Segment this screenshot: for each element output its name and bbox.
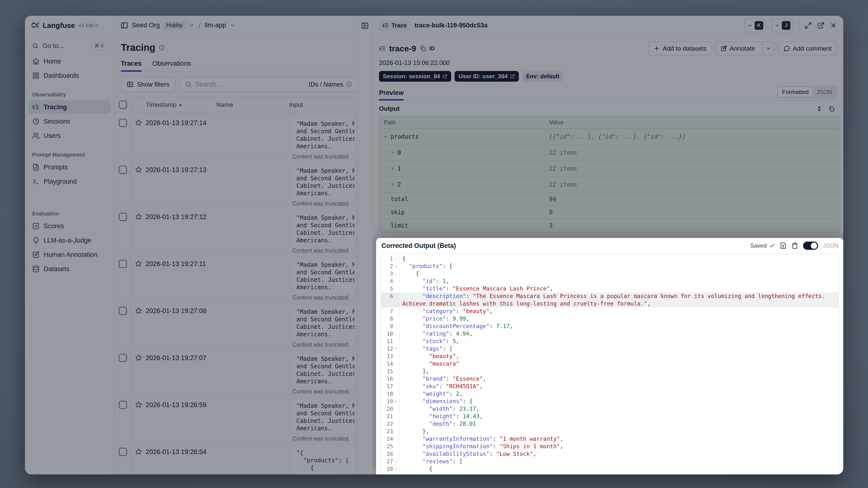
col-name[interactable]: Name: [216, 101, 289, 109]
sidebar-item-llm-as-a-judge[interactable]: LLM-as-a-Judge: [28, 234, 111, 247]
sidebar-item-tracing[interactable]: Tracing: [28, 100, 111, 114]
output-path[interactable]: 0: [379, 149, 549, 156]
star-icon[interactable]: [135, 307, 143, 314]
search-mode-select[interactable]: IDs / Names: [309, 81, 352, 88]
trash-icon[interactable]: [792, 242, 798, 249]
fold-chevron-icon[interactable]: [394, 398, 398, 405]
file-diff-icon[interactable]: [780, 242, 786, 249]
row-checkbox[interactable]: [119, 354, 127, 362]
trace-table-row[interactable]: 2026-01-13 19:27:13"Madam Speaker, M and…: [115, 159, 357, 207]
copy-output-icon[interactable]: [828, 105, 835, 112]
row-checkbox[interactable]: [119, 307, 127, 315]
open-in-new-icon[interactable]: [817, 22, 825, 29]
tab-traces[interactable]: Traces: [121, 60, 142, 71]
chevron-down-icon[interactable]: [189, 23, 194, 28]
copy-id-icon[interactable]: [420, 45, 426, 52]
col-input[interactable]: Input: [289, 101, 357, 109]
row-timestamp: 2026-01-13 19:27:12: [146, 207, 216, 253]
output-path[interactable]: 2: [379, 181, 549, 188]
editor-gutter: 5: [381, 285, 400, 293]
fold-chevron-icon[interactable]: [394, 270, 398, 277]
chevron-right-icon[interactable]: [390, 166, 397, 171]
sidebar-header: Langfuse v3.146.0: [25, 16, 114, 35]
star-icon[interactable]: [135, 213, 143, 220]
row-timestamp: 2026-01-13 19:26:54: [146, 441, 216, 475]
search-input[interactable]: Search... IDs / Names: [180, 77, 357, 92]
next-trace-button[interactable]: J: [772, 19, 794, 32]
trace-table-row[interactable]: 2026-01-13 19:27:14"Madam Speaker, M and…: [115, 113, 357, 159]
show-filters-button[interactable]: Show filters: [121, 77, 175, 92]
fold-slot: [394, 443, 398, 450]
chevron-down-icon[interactable]: [230, 23, 235, 28]
sidebar-item-prompts[interactable]: Prompts: [28, 160, 111, 174]
sidebar-item-sessions[interactable]: Sessions: [28, 115, 111, 128]
search-mode-label: IDs / Names: [309, 81, 343, 88]
trace-table-row[interactable]: 2026-01-13 19:27:08"Madam Speaker, M and…: [115, 301, 357, 347]
star-icon[interactable]: [135, 354, 143, 362]
sidebar-item-human-annotation[interactable]: Human Annotation: [28, 248, 111, 262]
add-comment-button[interactable]: Add comment: [778, 42, 837, 55]
row-checkbox[interactable]: [119, 448, 127, 456]
trace-table-row[interactable]: 2026-01-13 19:26:59"Madam Speaker, M and…: [115, 394, 357, 441]
format-json[interactable]: JSON: [812, 87, 836, 97]
fold-chevron-icon[interactable]: [394, 465, 398, 473]
sidebar-item-playground[interactable]: Playground: [28, 175, 111, 188]
tab-preview[interactable]: Preview: [379, 89, 404, 100]
row-checkbox[interactable]: [119, 260, 127, 268]
sidebar-item-users[interactable]: Users: [28, 129, 111, 143]
row-checkbox-cell: [115, 394, 131, 441]
sidebar-toggle-icon[interactable]: [120, 22, 128, 29]
star-icon[interactable]: [135, 448, 143, 456]
close-icon[interactable]: [830, 22, 837, 29]
output-path-label: 0: [397, 149, 401, 156]
fold-chevron-icon[interactable]: [394, 345, 398, 353]
breadcrumb-org[interactable]: Seed Org: [132, 22, 160, 29]
resize-vertical-icon[interactable]: [816, 105, 823, 112]
chevron-down-icon[interactable]: [383, 134, 390, 139]
star-icon[interactable]: [135, 166, 143, 174]
select-all-checkbox[interactable]: [119, 100, 127, 109]
star-icon[interactable]: [135, 119, 143, 126]
env-badge: Env: default: [522, 71, 563, 82]
annotate-menu-button[interactable]: [762, 42, 774, 55]
corrected-output-editor[interactable]: 1{2 "products": [3 {4 "id": 1,5 "title":…: [380, 253, 839, 475]
user-badge[interactable]: User ID: user_384: [455, 71, 519, 82]
row-checkbox[interactable]: [119, 119, 127, 127]
fold-slot: [394, 428, 398, 435]
trace-table-row[interactable]: 2026-01-13 19:26:54"{ "products": [ {: [115, 441, 357, 475]
trace-table-row[interactable]: 2026-01-13 19:27:07"Madam Speaker, M and…: [115, 347, 357, 394]
col-timestamp[interactable]: Timestamp ▼: [146, 101, 216, 109]
go-to-search[interactable]: Go to... ⌘ K: [28, 39, 111, 53]
star-icon[interactable]: [135, 401, 143, 408]
row-checkbox[interactable]: [119, 401, 127, 409]
output-path[interactable]: 1: [379, 165, 549, 172]
output-path[interactable]: products: [379, 133, 549, 140]
truncation-note: Content was truncated.: [292, 247, 354, 253]
fold-chevron-icon[interactable]: [394, 263, 398, 270]
page-title: Tracing: [121, 42, 155, 53]
format-formatted[interactable]: Formatted: [778, 87, 812, 97]
trace-table-row[interactable]: 2026-01-13 19:27:12"Madam Speaker, M and…: [115, 207, 357, 253]
chevron-right-icon[interactable]: [390, 182, 397, 187]
sidebar-item-dashboards[interactable]: Dashboards: [28, 69, 111, 82]
sidebar-item-home[interactable]: Home: [28, 55, 111, 68]
prev-trace-button[interactable]: K: [744, 19, 766, 32]
row-checkbox[interactable]: [119, 166, 127, 174]
fold-chevron-icon[interactable]: [394, 458, 398, 465]
chevron-right-icon[interactable]: [390, 150, 397, 155]
trace-table-row[interactable]: 2026-01-13 19:27:11"Madam Speaker, M and…: [115, 253, 357, 301]
maximize-icon[interactable]: [805, 22, 812, 29]
sidebar-item-datasets[interactable]: Datasets: [28, 262, 111, 276]
annotate-button[interactable]: Annotate: [716, 42, 760, 55]
fold-chevron-icon[interactable]: [394, 255, 398, 263]
session-badge[interactable]: Session: session_84: [379, 71, 451, 82]
breadcrumb-project[interactable]: llm-app: [205, 22, 226, 29]
row-checkbox[interactable]: [119, 213, 127, 221]
json-toggle[interactable]: [803, 242, 818, 250]
panel-expand-icon[interactable]: [361, 22, 369, 30]
sidebar-item-scores[interactable]: Scores: [28, 219, 111, 233]
star-icon[interactable]: [135, 260, 143, 268]
tab-observations[interactable]: Observations: [152, 60, 191, 71]
add-to-datasets-button[interactable]: Add to datasets: [648, 42, 712, 55]
brand-name[interactable]: Langfuse: [43, 21, 75, 30]
